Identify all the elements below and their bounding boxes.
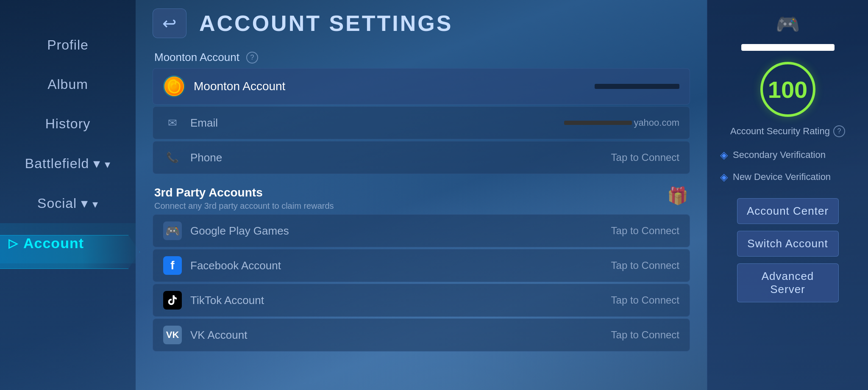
help-icon[interactable]: ? [246, 52, 258, 64]
new-device-check-icon: ◈ [720, 171, 728, 183]
google-play-label: Google Play Games [190, 224, 603, 238]
moonton-account-name: Moonton Account [194, 80, 586, 93]
gift-icon: 🎁 [667, 186, 688, 206]
tiktok-tap: Tap to Connect [611, 294, 679, 306]
new-device-verification-label: New Device Verification [733, 171, 831, 183]
google-play-tap: Tap to Connect [611, 225, 679, 237]
account-center-button[interactable]: Account Center [737, 198, 839, 224]
google-play-icon: 🎮 [163, 221, 182, 240]
back-icon: ↩ [162, 14, 177, 33]
tiktok-label: TikTok Account [190, 294, 603, 307]
scroll-content: Moonton Account ? Moonton Account [153, 51, 690, 353]
security-label-row: Account Security Rating ? [730, 125, 845, 137]
sidebar-item-battlefield[interactable]: Battlefield ▾ [0, 144, 136, 183]
facebook-row[interactable]: f Facebook Account Tap to Connect [153, 249, 690, 282]
sidebar-item-social[interactable]: Social ▾ [0, 183, 136, 223]
security-label: Account Security Rating [730, 126, 830, 137]
security-score: 100 [768, 76, 807, 103]
sidebar-item-album[interactable]: Album [0, 65, 136, 104]
page-title: ACCOUNT SETTINGS [199, 11, 453, 36]
new-device-verification-row[interactable]: ◈ New Device Verification [716, 169, 860, 185]
security-circle: 100 [760, 62, 815, 117]
back-button[interactable]: ↩ [153, 8, 186, 38]
sidebar-item-account[interactable]: ▷ Account [0, 223, 136, 263]
switch-account-button[interactable]: Switch Account [737, 231, 839, 257]
facebook-label: Facebook Account [190, 259, 603, 272]
secondary-verification-label: Secondary Verification [733, 149, 826, 160]
third-party-subtitle: Connect any 3rd party account to claim r… [154, 201, 334, 211]
tiktok-icon [163, 291, 182, 310]
moonton-account-row[interactable]: Moonton Account [153, 68, 690, 105]
email-masked [564, 121, 632, 125]
header: ↩ ACCOUNT SETTINGS [153, 8, 690, 38]
right-panel: 🎮 100 Account Security Rating ? ◈ Second… [707, 0, 868, 390]
security-help-icon[interactable]: ? [833, 125, 845, 137]
moonton-icon [163, 75, 185, 97]
advanced-server-button[interactable]: Advanced Server [737, 263, 839, 302]
sidebar: Profile Album History Battlefield ▾ Soci… [0, 0, 136, 390]
vk-label: VK Account [190, 329, 603, 342]
username-bar-masked [741, 44, 835, 51]
facebook-tap: Tap to Connect [611, 260, 679, 271]
secondary-check-icon: ◈ [720, 149, 728, 161]
tiktok-row[interactable]: TikTok Account Tap to Connect [153, 284, 690, 317]
email-row[interactable]: ✉ Email yahoo.com [153, 106, 690, 139]
email-icon: ✉ [163, 113, 182, 132]
vk-tap: Tap to Connect [611, 329, 679, 341]
secondary-verification-row[interactable]: ◈ Secondary Verification [716, 147, 860, 163]
third-party-title: 3rd Party Accounts [154, 186, 334, 199]
phone-label: Phone [190, 151, 603, 164]
email-domain: yahoo.com [634, 117, 679, 128]
facebook-icon: f [163, 256, 182, 275]
masked-username [595, 84, 679, 89]
vk-icon: VK [163, 326, 182, 344]
sidebar-item-history[interactable]: History [0, 104, 136, 144]
section-title: Moonton Account [154, 51, 239, 64]
phone-icon: 📞 [163, 148, 182, 167]
phone-row[interactable]: 📞 Phone Tap to Connect [153, 141, 690, 174]
email-label: Email [190, 116, 556, 130]
sidebar-item-profile[interactable]: Profile [0, 25, 136, 65]
sidebar-arrow-icon: ▷ [8, 236, 18, 250]
google-play-row[interactable]: 🎮 Google Play Games Tap to Connect [153, 214, 690, 247]
section-header: Moonton Account ? [153, 51, 690, 64]
moonton-logo [164, 77, 184, 96]
vk-row[interactable]: VK VK Account Tap to Connect [153, 318, 690, 351]
main-content: ↩ ACCOUNT SETTINGS Moonton Account ? [136, 0, 707, 390]
svg-point-1 [172, 84, 176, 89]
third-party-header: 3rd Party Accounts Connect any 3rd party… [153, 176, 690, 214]
phone-tap-connect: Tap to Connect [611, 152, 679, 163]
controller-icon: 🎮 [776, 13, 800, 36]
